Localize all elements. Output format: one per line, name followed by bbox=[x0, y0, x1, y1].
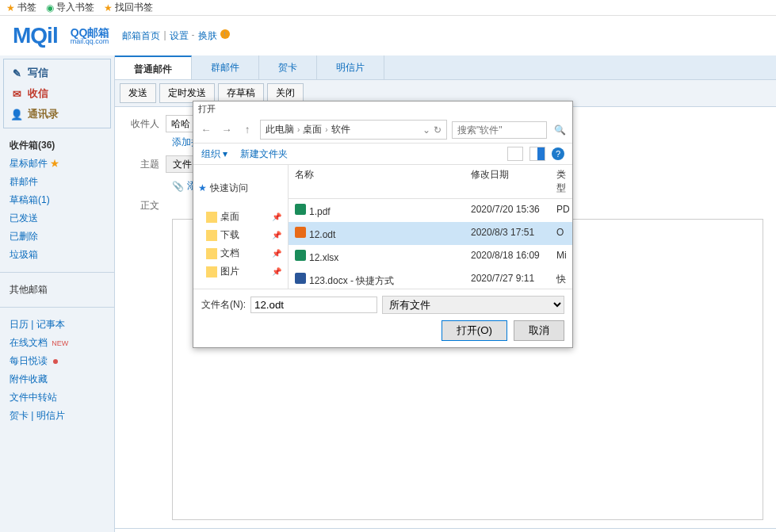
starred-link[interactable]: 星标邮件 ★ bbox=[3, 155, 111, 173]
view-options-button[interactable] bbox=[507, 147, 523, 161]
file-name: 1.pdf bbox=[309, 206, 331, 217]
file-name: 12.odt bbox=[309, 229, 335, 240]
inbox-link[interactable]: 收件箱(36) bbox=[3, 136, 111, 155]
file-row[interactable]: 12.xlsx2020/8/18 16:09Mi bbox=[289, 245, 572, 268]
filename-input[interactable] bbox=[250, 297, 377, 313]
logo: MQil bbox=[13, 23, 58, 48]
open-button[interactable]: 打开(O) bbox=[442, 320, 507, 341]
file-row[interactable]: 123.docx - 快捷方式2020/7/27 9:11快 bbox=[289, 268, 572, 289]
attach-fav-link[interactable]: 附件收藏 bbox=[3, 370, 111, 388]
deleted-link[interactable]: 已删除 bbox=[3, 228, 111, 246]
divider bbox=[0, 307, 114, 308]
bookmark-recover[interactable]: ★ 找回书签 bbox=[104, 1, 153, 14]
spam-link[interactable]: 垃圾箱 bbox=[3, 246, 111, 264]
folder-icon bbox=[206, 230, 217, 241]
notes-label: 记事本 bbox=[36, 319, 65, 330]
online-doc-link[interactable]: 在线文档 NEW bbox=[3, 334, 111, 352]
bookmark-label: 导入书签 bbox=[56, 1, 94, 14]
tree-pictures[interactable]: 图片 📌 bbox=[193, 262, 288, 281]
star-icon: ★ bbox=[104, 2, 113, 13]
daily-read-link[interactable]: 每日悦读 bbox=[3, 352, 111, 370]
compose-tabs: 普通邮件 群邮件 贺卡 明信片 bbox=[115, 55, 776, 79]
tree-downloads[interactable]: 下载 📌 bbox=[193, 226, 288, 244]
tab-postcard[interactable]: 明信片 bbox=[317, 55, 384, 79]
sidebar-actions: ✎ 写信 ✉ 收信 👤 通讯录 bbox=[3, 59, 111, 128]
nav-forward-button[interactable]: → bbox=[219, 122, 235, 138]
search-icon[interactable]: 🔍 bbox=[552, 124, 568, 136]
compose-button[interactable]: ✎ 写信 bbox=[4, 63, 110, 83]
file-type: 快 bbox=[553, 270, 572, 289]
star-icon: ★ bbox=[6, 2, 15, 13]
search-input[interactable] bbox=[452, 121, 547, 139]
tree-documents[interactable]: 文档 📌 bbox=[193, 244, 288, 262]
nav-up-button[interactable]: ↑ bbox=[239, 122, 255, 138]
contacts-button[interactable]: 👤 通讯录 bbox=[4, 104, 110, 124]
file-type-icon bbox=[295, 273, 306, 284]
group-link[interactable]: 群邮件 bbox=[3, 173, 111, 191]
calendar-notes-link[interactable]: 日历 | 记事本 bbox=[3, 316, 111, 334]
nav-back-button[interactable]: ← bbox=[198, 122, 214, 138]
receive-button[interactable]: ✉ 收信 bbox=[4, 83, 110, 104]
warning-icon[interactable]: ! bbox=[220, 29, 230, 39]
sidebar: ✎ 写信 ✉ 收信 👤 通讯录 收件箱(36) 星标邮件 ★ 群邮件 草稿箱(1… bbox=[0, 55, 115, 532]
file-list: 名称 修改日期 类型 1.pdf2020/7/20 15:36PD12.odt2… bbox=[289, 165, 572, 289]
sidebar-tools: 日历 | 记事本 在线文档 NEW 每日悦读 附件收藏 文件中转站 贺卡 | 明… bbox=[0, 311, 114, 430]
tab-greeting[interactable]: 贺卡 bbox=[259, 55, 317, 79]
file-date: 2020/7/20 15:36 bbox=[468, 201, 553, 220]
home-link[interactable]: 邮箱首页 bbox=[122, 29, 160, 43]
new-folder-button[interactable]: 新建文件夹 bbox=[240, 147, 288, 161]
col-type-header[interactable]: 类型 bbox=[553, 165, 572, 198]
drafts-link[interactable]: 草稿箱(1) bbox=[3, 191, 111, 209]
col-name-header[interactable]: 名称 bbox=[289, 165, 468, 198]
folder-tree: ★ 快速访问 桌面 📌 下载 📌 文档 📌 图片 📌 bbox=[193, 165, 289, 289]
file-date: 2020/8/3 17:51 bbox=[468, 224, 553, 243]
preview-pane-button[interactable] bbox=[529, 147, 545, 161]
file-type-icon bbox=[295, 250, 306, 261]
crumb-folder[interactable]: 软件 bbox=[331, 123, 350, 136]
skin-link[interactable]: 换肤 bbox=[198, 29, 217, 43]
tree-desktop[interactable]: 桌面 📌 bbox=[193, 208, 288, 226]
chevron-down-icon[interactable]: ⌄ bbox=[422, 124, 430, 136]
pin-icon: 📌 bbox=[272, 212, 281, 221]
bookmark-import[interactable]: ◉ 导入书签 bbox=[46, 1, 94, 14]
contacts-icon: 👤 bbox=[10, 108, 23, 121]
pin-icon: 📌 bbox=[272, 231, 281, 239]
col-date-header[interactable]: 修改日期 bbox=[468, 165, 553, 198]
file-type-icon bbox=[295, 204, 306, 215]
file-row[interactable]: 1.pdf2020/7/20 15:36PD bbox=[289, 199, 572, 222]
organize-menu[interactable]: 组织 ▾ bbox=[201, 147, 227, 161]
separator: - bbox=[192, 29, 195, 43]
file-relay-link[interactable]: 文件中转站 bbox=[3, 388, 111, 407]
folder-icon bbox=[206, 266, 217, 277]
tab-normal[interactable]: 普通邮件 bbox=[115, 55, 192, 79]
organize-label: 组织 bbox=[201, 148, 220, 159]
inbox-icon: ✉ bbox=[10, 87, 23, 100]
tab-group[interactable]: 群邮件 bbox=[192, 55, 259, 79]
pencil-icon: ✎ bbox=[10, 67, 23, 79]
crumb-pc[interactable]: 此电脑 bbox=[266, 123, 294, 136]
header-links: 邮箱首页 | 设置 - 换肤 ! bbox=[122, 29, 229, 43]
send-button[interactable]: 发送 bbox=[120, 83, 156, 103]
file-date: 2020/7/27 9:11 bbox=[468, 270, 553, 289]
filename-label: 文件名(N): bbox=[201, 298, 246, 312]
cancel-button[interactable]: 取消 bbox=[514, 320, 564, 341]
greeting-postcard-link[interactable]: 贺卡 | 明信片 bbox=[3, 407, 111, 425]
crumb-desktop[interactable]: 桌面 bbox=[303, 123, 322, 136]
other-header[interactable]: 其他邮箱 bbox=[3, 281, 111, 299]
breadcrumb[interactable]: 此电脑 › 桌面 › 软件 ⌄ ↻ bbox=[260, 120, 447, 140]
bookmark-item[interactable]: ★ 书签 bbox=[6, 1, 36, 14]
online-doc-label: 在线文档 bbox=[10, 337, 48, 348]
dialog-title: 打开 bbox=[193, 101, 572, 117]
file-row[interactable]: 12.odt2020/8/3 17:51O bbox=[289, 222, 572, 245]
tree-quick-access[interactable]: ★ 快速访问 bbox=[193, 168, 288, 208]
file-type-filter[interactable]: 所有文件 bbox=[382, 296, 564, 314]
sent-link[interactable]: 已发送 bbox=[3, 209, 111, 228]
pin-icon: 📌 bbox=[272, 267, 281, 276]
notification-dot-icon bbox=[53, 359, 58, 364]
contacts-label: 通讯录 bbox=[28, 107, 59, 121]
refresh-icon[interactable]: ↻ bbox=[434, 124, 442, 136]
help-icon[interactable]: ? bbox=[552, 147, 564, 160]
settings-link[interactable]: 设置 bbox=[170, 29, 189, 43]
crumb-separator-icon: › bbox=[297, 125, 300, 134]
star-icon: ★ bbox=[50, 158, 59, 169]
